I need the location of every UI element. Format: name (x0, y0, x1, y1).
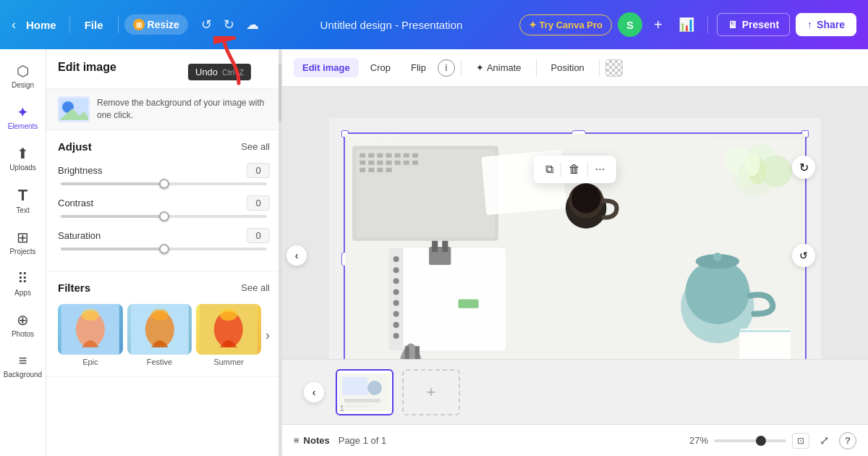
add-slide-button[interactable]: + (402, 369, 460, 415)
float-divider (561, 162, 561, 177)
undo-button[interactable]: ↺ (197, 12, 216, 37)
zoom-slider-thumb (756, 436, 766, 446)
back-chevron-icon: ‹ (12, 17, 16, 33)
page-info: Page 1 of 1 (339, 435, 387, 446)
sidebar-item-elements[interactable]: ✦ Elements (0, 96, 46, 138)
zoom-slider[interactable] (714, 439, 786, 442)
remove-bg-banner[interactable]: Remove the background of your image with… (46, 89, 281, 130)
svg-point-41 (745, 153, 760, 176)
svg-point-52 (393, 311, 399, 317)
refresh-button[interactable]: ↻ (792, 156, 815, 179)
delete-button[interactable]: 🗑 (564, 160, 584, 179)
contrast-label-row: Contrast 0 (58, 195, 270, 211)
slide-1-container: 1 (336, 369, 393, 415)
add-slide-icon: + (427, 383, 436, 402)
contrast-slider[interactable] (61, 215, 267, 218)
contrast-value: 0 (247, 195, 270, 211)
filter-epic[interactable]: Epic (58, 304, 123, 366)
svg-rect-70 (344, 399, 380, 402)
add-team-button[interactable]: + (648, 14, 668, 36)
animate-tab[interactable]: ✦ Animate (467, 58, 530, 77)
copy-to-all-button[interactable]: ⧉ (541, 160, 558, 179)
try-canva-pro-button[interactable]: ✦ Try Canva Pro (519, 14, 612, 35)
notes-button[interactable]: ≡ Notes (294, 435, 330, 446)
rotate-button[interactable]: ↺ (792, 244, 815, 267)
svg-rect-30 (359, 168, 365, 172)
adjust-see-all[interactable]: See all (241, 141, 270, 152)
svg-rect-19 (386, 153, 392, 158)
scroll-left-button[interactable]: ‹ (286, 245, 307, 266)
svg-point-50 (393, 289, 399, 295)
design-icon: ⬡ (17, 62, 29, 80)
sidebar-item-label: Photos (12, 330, 34, 338)
filter-summer-label: Summer (196, 358, 261, 366)
fit-page-button[interactable]: ⊡ (792, 433, 809, 449)
redo-button[interactable]: ↻ (219, 12, 239, 37)
svg-rect-23 (359, 161, 365, 165)
resize-button[interactable]: ⊞ Resize (124, 14, 188, 35)
svg-rect-24 (368, 161, 374, 165)
svg-rect-22 (412, 153, 418, 158)
sidebar-item-label: Apps (14, 289, 31, 297)
float-divider-2 (587, 162, 588, 177)
toolbar-divider-2 (536, 59, 537, 77)
analytics-button[interactable]: 📊 (674, 12, 699, 37)
brightness-value: 0 (247, 163, 270, 178)
sidebar-item-label: Text (16, 206, 29, 214)
brightness-slider[interactable] (61, 182, 267, 185)
filter-summer[interactable]: Summer (196, 304, 261, 366)
toolbar-divider-3 (599, 59, 600, 77)
sidebar-item-label: Design (12, 81, 34, 89)
svg-rect-56 (432, 241, 438, 252)
avatar[interactable]: S (618, 12, 642, 37)
sidebar-item-photos[interactable]: ⊕ Photos (0, 304, 46, 345)
transparency-button[interactable] (605, 59, 623, 77)
main-content: ⬡ Design ✦ Elements ⬆ Uploads T Text ⊞ P… (0, 49, 868, 456)
svg-rect-20 (395, 153, 401, 158)
float-actions-toolbar: ⧉ 🗑 ··· (534, 156, 616, 183)
sidebar-item-apps[interactable]: ⠿ Apps (0, 263, 46, 304)
slides-scroll-left[interactable]: ‹ (304, 382, 324, 402)
svg-rect-15 (356, 150, 495, 237)
svg-point-49 (393, 278, 399, 284)
flip-tab[interactable]: Flip (402, 58, 435, 77)
adjust-title: Adjust (58, 140, 92, 153)
edit-image-tab[interactable]: Edit image (294, 58, 359, 77)
svg-point-64 (713, 253, 722, 261)
file-button[interactable]: File (76, 14, 112, 35)
share-button[interactable]: ↑ Share (796, 13, 856, 36)
sidebar-item-background[interactable]: ≡ Background (0, 345, 46, 386)
canvas-area: Edit image Crop Flip i ✦ Animate Positio… (282, 49, 868, 456)
zoom-percentage: 27% (689, 435, 708, 446)
saturation-slider[interactable] (61, 248, 267, 250)
svg-point-69 (367, 381, 382, 395)
save-cloud-button[interactable]: ☁ (242, 12, 263, 37)
svg-rect-32 (377, 168, 383, 172)
sidebar-item-text[interactable]: T Text (0, 179, 46, 221)
more-options-button[interactable]: ··· (591, 160, 609, 179)
contrast-row: Contrast 0 (58, 195, 270, 218)
share-label: Share (817, 19, 845, 30)
position-tab[interactable]: Position (542, 58, 593, 77)
help-button[interactable]: ? (839, 432, 856, 449)
sidebar-item-design[interactable]: ⬡ Design (0, 55, 46, 96)
selected-image-frame[interactable]: ⧉ 🗑 ··· ↻ ↺ (344, 132, 807, 379)
filters-see-all[interactable]: See all (241, 282, 270, 293)
crop-tab[interactable]: Crop (362, 58, 399, 77)
slide-1-thumbnail[interactable]: 1 (336, 369, 393, 415)
sidebar-item-uploads[interactable]: ⬆ Uploads (0, 138, 46, 179)
header-right: ✦ Try Canva Pro S + 📊 🖥 Present ↑ Share (519, 12, 856, 37)
home-button[interactable]: Home (19, 14, 64, 35)
present-button[interactable]: 🖥 Present (717, 13, 790, 36)
filters-next-arrow[interactable]: › (265, 328, 270, 343)
sidebar-item-projects[interactable]: ⊞ Projects (0, 221, 46, 263)
panel-scrollbar[interactable] (278, 49, 281, 456)
slides-panel: ‹ 1 + (282, 359, 868, 424)
svg-rect-58 (458, 300, 478, 308)
fullscreen-button[interactable]: ⤢ (815, 431, 833, 449)
svg-rect-21 (404, 153, 409, 158)
svg-rect-29 (412, 161, 418, 165)
filter-festive[interactable]: Festive (127, 304, 192, 366)
header: ‹ Home File ⊞ Resize ↺ ↻ ☁ Undo Ctrl+Z (0, 0, 868, 49)
info-button[interactable]: i (438, 59, 455, 77)
